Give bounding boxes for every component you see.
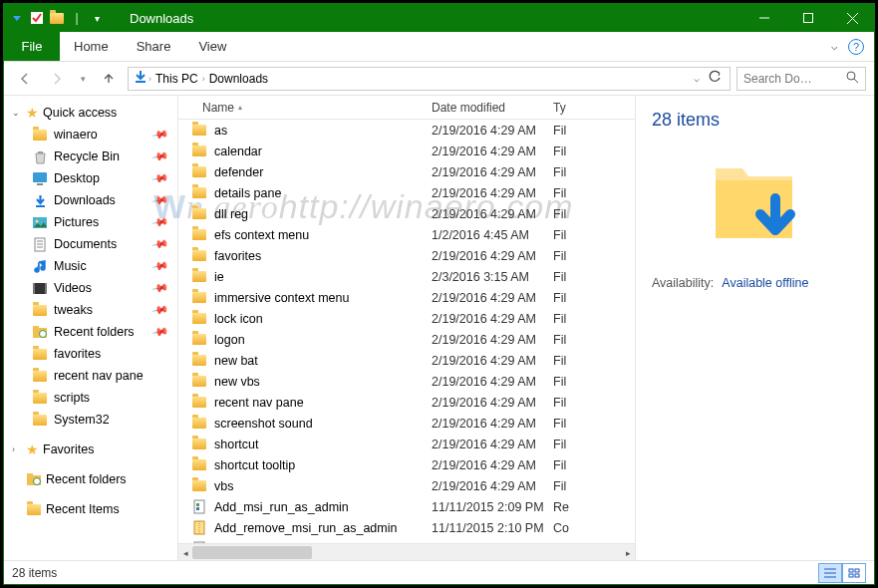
file-date: 2/19/2016 4:29 AM <box>432 375 553 389</box>
file-row[interactable]: favorites2/19/2016 4:29 AMFil <box>178 245 635 266</box>
expand-ribbon-icon[interactable]: ⌵ <box>831 40 838 53</box>
column-headers[interactable]: Name▴ Date modified Ty <box>178 96 635 120</box>
recent-folders-label: Recent folders <box>46 472 127 486</box>
svg-rect-40 <box>849 574 853 577</box>
sidebar-item-recycle-bin[interactable]: Recycle Bin📌 <box>4 146 177 167</box>
column-name[interactable]: Name▴ <box>202 101 432 115</box>
horizontal-scrollbar[interactable]: ◂ ▸ <box>178 543 635 560</box>
file-row[interactable]: defender2/19/2016 4:29 AMFil <box>178 161 635 182</box>
nav-group-recent-folders[interactable]: Recent folders <box>4 468 177 490</box>
navigation-pane[interactable]: ⌄ ★ Quick access winaero📌Recycle Bin📌Des… <box>4 96 178 560</box>
scroll-right-icon[interactable]: ▸ <box>621 544 635 560</box>
collapse-icon[interactable]: ⌄ <box>12 108 22 118</box>
sidebar-item-favorites[interactable]: favorites <box>4 343 177 365</box>
file-row[interactable]: ie2/3/2016 3:15 AMFil <box>178 266 635 287</box>
column-type[interactable]: Ty <box>553 101 579 115</box>
minimize-button[interactable] <box>742 4 786 32</box>
properties-check-icon[interactable] <box>28 9 46 27</box>
nav-group-quick-access[interactable]: ⌄ ★ Quick access <box>4 102 177 124</box>
address-bar[interactable]: › This PC › Downloads ⌵ <box>128 67 731 91</box>
help-icon[interactable]: ? <box>848 39 864 55</box>
recent-items-label: Recent Items <box>46 502 120 516</box>
scroll-thumb[interactable] <box>192 546 312 559</box>
sidebar-item-recent-nav-pane[interactable]: recent nav pane <box>4 365 177 387</box>
breadcrumb-downloads[interactable]: Downloads <box>205 72 272 86</box>
folder-icon <box>32 302 48 318</box>
file-row[interactable]: vbs2/19/2016 4:29 AMFil <box>178 475 635 496</box>
search-input[interactable]: Search Do… <box>736 67 866 91</box>
sidebar-item-videos[interactable]: Videos📌 <box>4 277 177 299</box>
file-name: logon <box>214 333 432 347</box>
file-type: Fil <box>553 186 579 200</box>
address-dropdown-icon[interactable]: ⌵ <box>694 73 700 84</box>
file-row[interactable]: new bat2/19/2016 4:29 AMFil <box>178 350 635 371</box>
pictures-icon <box>32 214 48 230</box>
folder-icon <box>190 166 208 177</box>
sidebar-item-desktop[interactable]: Desktop📌 <box>4 167 177 189</box>
svg-rect-19 <box>33 283 35 294</box>
sidebar-item-music[interactable]: Music📌 <box>4 255 177 277</box>
sidebar-item-label: Recycle Bin <box>54 149 120 163</box>
file-row[interactable]: shortcut2/19/2016 4:29 AMFil <box>178 434 635 454</box>
folder-icon <box>190 271 208 282</box>
qat-dropdown-icon[interactable]: ▾ <box>88 9 106 27</box>
file-tab[interactable]: File <box>4 32 60 61</box>
titlebar[interactable]: | ▾ Downloads <box>4 4 874 32</box>
file-row[interactable]: dll reg2/19/2016 4:29 AMFil <box>178 203 635 224</box>
sidebar-item-tweaks[interactable]: tweaks📌 <box>4 299 177 321</box>
sidebar-item-recent-folders[interactable]: Recent folders📌 <box>4 321 177 343</box>
file-type: Fil <box>553 417 579 431</box>
details-pane: 28 items Availability: Available offline <box>635 96 874 560</box>
view-details-button[interactable] <box>818 563 842 583</box>
sidebar-item-downloads[interactable]: Downloads📌 <box>4 189 177 211</box>
file-row[interactable]: as2/19/2016 4:29 AMFil <box>178 120 635 141</box>
sidebar-item-scripts[interactable]: scripts <box>4 387 177 409</box>
file-row[interactable]: screenshot sound2/19/2016 4:29 AMFil <box>178 413 635 434</box>
scroll-left-icon[interactable]: ◂ <box>178 544 192 560</box>
file-row[interactable]: logon2/19/2016 4:29 AMFil <box>178 329 635 350</box>
nav-forward-button[interactable] <box>44 66 70 92</box>
tab-view[interactable]: View <box>184 32 240 61</box>
file-row[interactable]: calendar2/19/2016 4:29 AMFil <box>178 141 635 161</box>
down-arrow-icon[interactable] <box>8 9 26 27</box>
file-rows[interactable]: as2/19/2016 4:29 AMFilcalendar2/19/2016 … <box>178 120 635 543</box>
nav-group-favorites[interactable]: › ★ Favorites <box>4 439 177 460</box>
sidebar-item-winaero[interactable]: winaero📌 <box>4 124 177 146</box>
nav-up-button[interactable] <box>96 66 122 92</box>
file-row[interactable]: Add_remove_msi_run_as_admin11/11/2015 2:… <box>178 517 635 538</box>
tab-share[interactable]: Share <box>123 32 185 61</box>
file-date: 2/19/2016 4:29 AM <box>432 186 553 200</box>
file-type: Fil <box>553 375 579 389</box>
pin-icon: 📌 <box>151 235 170 254</box>
tab-home[interactable]: Home <box>60 32 123 61</box>
view-large-icons-button[interactable] <box>842 563 866 583</box>
file-date: 2/19/2016 4:29 AM <box>432 458 553 472</box>
file-date: 2/19/2016 4:29 AM <box>432 145 553 158</box>
file-list[interactable]: Name▴ Date modified Ty as2/19/2016 4:29 … <box>178 96 635 560</box>
column-date[interactable]: Date modified <box>432 101 553 115</box>
file-row[interactable]: recent nav pane2/19/2016 4:29 AMFil <box>178 392 635 413</box>
breadcrumb-this-pc[interactable]: This PC <box>151 72 202 86</box>
svg-rect-25 <box>27 473 33 476</box>
file-name: vbs <box>214 479 432 493</box>
refresh-icon[interactable] <box>708 70 722 87</box>
expand-icon[interactable]: › <box>12 444 22 454</box>
close-button[interactable] <box>830 4 874 32</box>
nav-group-recent-items[interactable]: Recent Items <box>4 498 177 520</box>
file-row[interactable]: shortcut tooltip2/19/2016 4:29 AMFil <box>178 454 635 475</box>
sidebar-item-pictures[interactable]: Pictures📌 <box>4 211 177 233</box>
file-row[interactable]: immersive context menu2/19/2016 4:29 AMF… <box>178 287 635 308</box>
availability-value[interactable]: Available offline <box>722 276 808 290</box>
file-row[interactable]: Add_msi_run_as_admin11/11/2015 2:09 PMRe <box>178 496 635 517</box>
sidebar-item-documents[interactable]: Documents📌 <box>4 233 177 255</box>
new-folder-icon[interactable] <box>48 9 66 27</box>
downloads-icon <box>32 192 48 208</box>
file-row[interactable]: efs context menu1/2/2016 4:45 AMFil <box>178 224 635 245</box>
nav-back-button[interactable] <box>12 66 38 92</box>
file-row[interactable]: new vbs2/19/2016 4:29 AMFil <box>178 371 635 392</box>
maximize-button[interactable] <box>786 4 830 32</box>
sidebar-item-system32[interactable]: System32 <box>4 409 177 431</box>
nav-history-dropdown[interactable]: ▾ <box>76 66 90 92</box>
file-row[interactable]: details pane2/19/2016 4:29 AMFil <box>178 182 635 203</box>
file-row[interactable]: lock icon2/19/2016 4:29 AMFil <box>178 308 635 329</box>
